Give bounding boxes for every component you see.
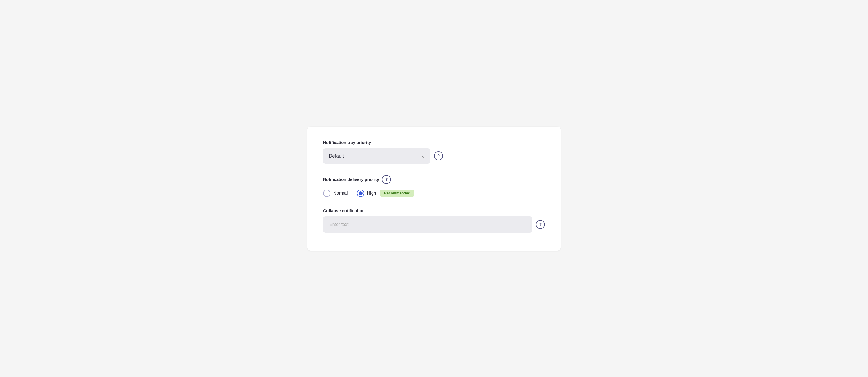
delivery-priority-radio-group: Normal High Recommended [323, 190, 545, 197]
tray-priority-row: Default Low Normal High Max ⌄ ? [323, 148, 545, 164]
tray-priority-select-wrapper: Default Low Normal High Max ⌄ [323, 148, 430, 164]
delivery-priority-label: Notification delivery priority [323, 177, 379, 182]
radio-option-normal[interactable]: Normal [323, 190, 348, 197]
radio-outer-high [357, 190, 364, 197]
delivery-priority-section: Notification delivery priority ? Normal … [323, 175, 545, 197]
tray-priority-help-icon[interactable]: ? [434, 151, 443, 160]
tray-priority-select[interactable]: Default Low Normal High Max [323, 148, 430, 164]
collapse-notification-section: Collapse notification ? [323, 208, 545, 233]
collapse-notification-input[interactable] [323, 216, 532, 233]
radio-inner-high [359, 191, 363, 195]
radio-outer-normal [323, 190, 331, 197]
tray-priority-label: Notification tray priority [323, 140, 545, 145]
radio-option-high[interactable]: High Recommended [357, 190, 414, 197]
recommended-badge: Recommended [380, 190, 414, 197]
collapse-notification-row: ? [323, 216, 545, 233]
tray-priority-section: Notification tray priority Default Low N… [323, 140, 545, 164]
settings-card: Notification tray priority Default Low N… [307, 127, 561, 251]
delivery-priority-label-row: Notification delivery priority ? [323, 175, 545, 184]
delivery-priority-help-icon[interactable]: ? [382, 175, 391, 184]
collapse-notification-help-icon[interactable]: ? [536, 220, 545, 229]
radio-label-high: High [367, 191, 376, 196]
radio-label-normal: Normal [333, 191, 348, 196]
collapse-notification-label: Collapse notification [323, 208, 545, 213]
